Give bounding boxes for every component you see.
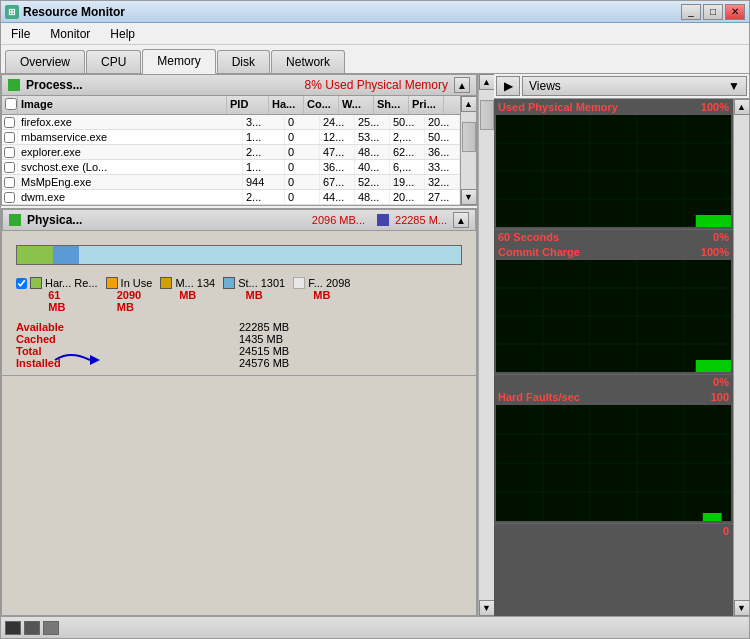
scroll-up[interactable]: ▲ bbox=[479, 74, 495, 90]
phys-badge2: 22285 M... bbox=[395, 214, 447, 226]
row-ha: 0 bbox=[285, 175, 320, 189]
legend-label: St... 1301 bbox=[223, 277, 285, 289]
scroll-up-btn[interactable]: ▲ bbox=[461, 96, 477, 112]
legend-label: M... 134 bbox=[160, 277, 215, 289]
scroll-up2[interactable]: ▲ bbox=[734, 99, 750, 115]
legend-swatch bbox=[30, 277, 42, 289]
phys-title: Physica... bbox=[27, 213, 306, 227]
row-sh: 50... bbox=[390, 115, 425, 129]
row-check bbox=[2, 115, 18, 129]
graph-pct: 100% bbox=[701, 101, 729, 113]
row-pid: 2... bbox=[243, 190, 285, 204]
process-icon bbox=[8, 79, 20, 91]
legend-checkbox[interactable] bbox=[16, 278, 27, 289]
stat-available-label: Available bbox=[16, 321, 239, 333]
row-checkbox[interactable] bbox=[4, 132, 15, 143]
minimize-button[interactable]: _ bbox=[681, 4, 701, 20]
row-w: 53... bbox=[355, 130, 390, 144]
legend-label: Har... Re... bbox=[16, 277, 98, 289]
legend-swatch bbox=[106, 277, 118, 289]
phys-collapse-btn[interactable]: ▲ bbox=[453, 212, 469, 228]
stat-installed-label: Installed bbox=[16, 357, 239, 369]
mem-bar-green bbox=[17, 246, 53, 264]
title-bar: ⊞ Resource Monitor _ □ ✕ bbox=[1, 1, 749, 23]
row-checkbox[interactable] bbox=[4, 177, 15, 188]
row-w: 48... bbox=[355, 145, 390, 159]
row-image: firefox.exe bbox=[18, 115, 243, 129]
graph-pct: 100 bbox=[711, 391, 729, 403]
legend-text: St... 1301 bbox=[238, 277, 285, 289]
right-panel-scrollbar[interactable]: ▲ ▼ bbox=[733, 99, 749, 616]
close-button[interactable]: ✕ bbox=[725, 4, 745, 20]
col-pri: Pri... bbox=[409, 96, 444, 114]
col-co: Co... bbox=[304, 96, 339, 114]
scroll-down2[interactable]: ▼ bbox=[734, 600, 750, 616]
menu-bar: File Monitor Help bbox=[1, 23, 749, 45]
phys-badge2-text: 22285 M... bbox=[395, 214, 447, 226]
legend-label: F... 2098 bbox=[293, 277, 350, 289]
table-row: svchost.exe (Lo... 1... 0 36... 40... 6,… bbox=[2, 160, 460, 175]
row-pri: 50... bbox=[425, 130, 460, 144]
physical-section: Physica... 2096 MB... 22285 M... ▲ bbox=[1, 208, 477, 376]
tab-cpu[interactable]: CPU bbox=[86, 50, 141, 73]
menu-monitor[interactable]: Monitor bbox=[44, 25, 96, 43]
process-scrollbar[interactable]: ▲ ▼ bbox=[460, 96, 476, 205]
mem-bar-blue bbox=[53, 246, 80, 264]
select-all-checkbox[interactable] bbox=[5, 98, 17, 110]
graph-physical-memory: Used Physical Memory 100% bbox=[494, 99, 733, 230]
menu-help[interactable]: Help bbox=[104, 25, 141, 43]
legend-value: 61MB bbox=[48, 289, 65, 313]
graph-label: Hard Faults/sec 100 bbox=[494, 389, 733, 405]
row-checkbox[interactable] bbox=[4, 162, 15, 173]
process-collapse-btn[interactable]: ▲ bbox=[454, 77, 470, 93]
main-content: Process... 8% Used Physical Memory ▲ Ima… bbox=[1, 74, 749, 616]
graphs-area: Used Physical Memory 100% bbox=[494, 99, 749, 616]
table-row: explorer.exe 2... 0 47... 48... 62... 36… bbox=[2, 145, 460, 160]
legend-text: In Use bbox=[121, 277, 153, 289]
graph-title: Commit Charge bbox=[498, 246, 580, 258]
row-sh: 6,... bbox=[390, 160, 425, 174]
status-item bbox=[5, 621, 59, 635]
row-pri: 20... bbox=[425, 115, 460, 129]
physical-section-header[interactable]: Physica... 2096 MB... 22285 M... ▲ bbox=[2, 209, 476, 231]
row-checkbox[interactable] bbox=[4, 117, 15, 128]
resource-monitor-window: ⊞ Resource Monitor _ □ ✕ File Monitor He… bbox=[0, 0, 750, 639]
menu-file[interactable]: File bbox=[5, 25, 36, 43]
process-title: Process... bbox=[26, 78, 299, 92]
scroll-down[interactable]: ▼ bbox=[479, 600, 495, 616]
tab-overview[interactable]: Overview bbox=[5, 50, 85, 73]
row-image: svchost.exe (Lo... bbox=[18, 160, 243, 174]
col-checkbox bbox=[2, 96, 18, 114]
row-w: 52... bbox=[355, 175, 390, 189]
mem-bar-container bbox=[8, 237, 470, 273]
commit-bottom-pct: 0% bbox=[713, 376, 729, 388]
process-section-header[interactable]: Process... 8% Used Physical Memory ▲ bbox=[1, 74, 477, 96]
tab-bar: Overview CPU Memory Disk Network bbox=[1, 45, 749, 74]
row-ha: 0 bbox=[285, 130, 320, 144]
table-row: mbamservice.exe 1... 0 12... 53... 2,...… bbox=[2, 130, 460, 145]
row-checkbox[interactable] bbox=[4, 147, 15, 158]
stat-cached-value: 1435 MB bbox=[239, 333, 462, 345]
play-button[interactable]: ▶ bbox=[496, 76, 520, 96]
scroll-down-btn[interactable]: ▼ bbox=[461, 189, 477, 205]
row-checkbox[interactable] bbox=[4, 192, 15, 203]
tab-disk[interactable]: Disk bbox=[217, 50, 270, 73]
tab-memory[interactable]: Memory bbox=[142, 49, 215, 74]
phys-badge1-text: 2096 MB... bbox=[312, 214, 365, 226]
views-dropdown[interactable]: Views ▼ bbox=[522, 76, 747, 96]
svg-rect-17 bbox=[696, 360, 731, 372]
maximize-button[interactable]: □ bbox=[703, 4, 723, 20]
left-panel-scrollbar[interactable]: ▲ ▼ bbox=[478, 74, 494, 616]
scroll-thumb[interactable] bbox=[480, 100, 494, 130]
scroll-thumb[interactable] bbox=[462, 122, 476, 152]
graph-label: Used Physical Memory 100% bbox=[494, 99, 733, 115]
legend-modified: M... 134 MB bbox=[160, 277, 215, 313]
graph-faults-bottom-label: 0 bbox=[494, 524, 733, 538]
graph-svg bbox=[496, 260, 731, 372]
col-w: W... bbox=[339, 96, 374, 114]
legend-label: In Use bbox=[106, 277, 153, 289]
phys-badge1: 2096 MB... bbox=[312, 214, 365, 226]
graph-canvas-faults bbox=[496, 405, 731, 521]
row-w: 25... bbox=[355, 115, 390, 129]
tab-network[interactable]: Network bbox=[271, 50, 345, 73]
